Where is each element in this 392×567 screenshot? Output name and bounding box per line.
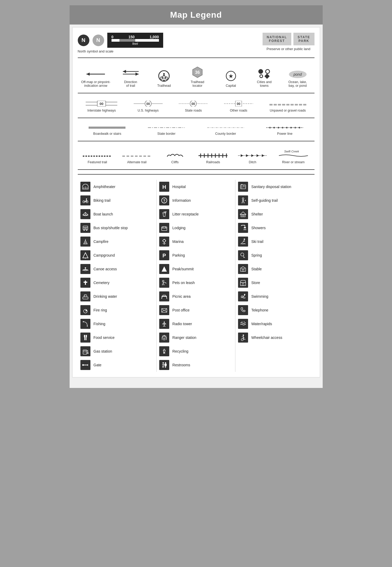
biking-icon	[82, 197, 89, 204]
svg-point-54	[294, 127, 296, 128]
svg-point-186	[241, 339, 243, 341]
svg-marker-5	[135, 73, 139, 76]
restrooms-icon	[161, 362, 168, 368]
icon-row-litter: Litter receptacle	[159, 207, 233, 221]
svg-point-171	[244, 239, 245, 240]
stable-icon-box	[238, 264, 248, 274]
parking-icon-box: P	[159, 250, 169, 260]
self-guide-label: Self-guiding trail	[251, 198, 278, 203]
amphitheater-icon	[82, 183, 89, 190]
spring-label: Spring	[251, 253, 262, 257]
wheelchair-label: Wheelchair access	[251, 335, 282, 340]
sym-cities: Cities andtowns	[251, 69, 277, 88]
icon-col-3: Sanitary disposal station	[235, 180, 314, 372]
svg-text:36: 36	[195, 70, 200, 75]
ditch-icon	[238, 153, 267, 158]
land-block: NATIONALFOREST STATEPARK Preserve or oth…	[263, 33, 314, 51]
offmap-icon	[84, 70, 108, 78]
svg-rect-118	[162, 228, 167, 230]
svg-rect-86	[86, 228, 87, 229]
sym-power-line: Power line	[266, 126, 303, 136]
svg-point-49	[273, 127, 275, 128]
campground-icon	[82, 252, 89, 259]
lodging-icon	[161, 224, 168, 231]
svg-line-134	[163, 295, 163, 296]
sym-river: Swift Creek River or stream	[278, 149, 309, 164]
biking-icon-box	[80, 195, 90, 205]
svg-text:00: 00	[100, 102, 103, 106]
icon-row-marina: Marina	[159, 235, 233, 248]
cemetery-label: Cemetery	[94, 281, 110, 285]
svg-marker-68	[241, 154, 243, 157]
icon-row-peak: Peak/summit	[159, 262, 233, 276]
borders-row: Boardwalk or stairs State border	[78, 122, 314, 137]
food-label: Food service	[94, 335, 115, 340]
svg-rect-93	[83, 297, 88, 299]
sym-ditch: Ditch	[238, 153, 267, 164]
food-icon-box	[80, 333, 90, 343]
amphitheater-icon-box	[80, 182, 90, 192]
icon-col-1: Amphitheater Biking trail	[78, 180, 157, 372]
scale-150: 150	[128, 35, 134, 39]
sym-interstate: 00 Interstate highways	[86, 101, 117, 112]
svg-line-116	[165, 212, 166, 213]
cities-icon	[258, 69, 270, 78]
icon-row-water-rapids: Water/rapids	[238, 317, 312, 331]
lodging-icon-box	[159, 223, 169, 233]
pets-icon-box	[159, 278, 169, 288]
gate-icon	[82, 362, 89, 368]
icon-row-wheelchair: Wheelchair access	[238, 331, 312, 344]
icon-row-showers: Showers	[238, 221, 312, 235]
interstate-label: Interstate highways	[87, 109, 116, 112]
campground-icon-box	[80, 250, 90, 260]
svg-marker-72	[262, 154, 264, 157]
information-label: Information	[172, 198, 191, 203]
picnic-icon-box	[159, 291, 169, 301]
svg-line-135	[166, 295, 166, 296]
us-highway-label: U.S. highways	[138, 109, 159, 112]
svg-point-120	[165, 227, 166, 228]
scale-label: North symbol and scale	[78, 49, 114, 53]
svg-text:H: H	[162, 184, 166, 190]
bus-label: Bus stop/shuttle stop	[94, 226, 128, 230]
campfire-icon-box	[80, 237, 90, 247]
icon-row-boat: Boat launch	[80, 207, 154, 221]
svg-marker-69	[246, 154, 249, 157]
svg-line-168	[244, 229, 244, 230]
telephone-label: Telephone	[251, 308, 268, 312]
pond-ellipse: pond	[289, 71, 307, 78]
icon-row-pets: Pets on leash	[159, 276, 233, 290]
cities-syms	[258, 69, 270, 78]
scale-block: N N 0 150 1,000 feet	[78, 33, 163, 53]
city-open-circle	[265, 69, 270, 74]
cliffs-label: Cliffs	[171, 160, 179, 164]
state-road-icon: 00	[179, 101, 208, 107]
svg-point-9	[163, 73, 165, 75]
gas-icon-box	[80, 346, 90, 356]
fire-ring-icon-box	[80, 305, 90, 315]
radio-icon-box	[159, 319, 169, 329]
icon-row-drinking-water: Drinking water	[80, 290, 154, 303]
fire-ring-icon	[82, 307, 89, 314]
icon-row-canoe: Canoe access	[80, 262, 154, 276]
svg-marker-163	[240, 212, 246, 214]
scale-seg-2	[119, 39, 135, 42]
campfire-label: Campfire	[94, 239, 109, 244]
svg-point-128	[162, 280, 164, 282]
picnic-label: Picnic area	[172, 294, 191, 299]
fire-ring-label: Fire ring	[94, 308, 107, 312]
swimming-icon-box	[238, 291, 248, 301]
post-office-icon	[161, 307, 168, 314]
symbols-section: Off-map or pinpoint-indication arrow Dir…	[78, 63, 314, 93]
sym-trailhead-locator: 36 Trailheadlocator	[184, 66, 211, 88]
icon-row-bus: Bus stop/shuttle stop	[80, 221, 154, 235]
sanitary-label: Sanitary disposal station	[251, 185, 291, 189]
recycling-icon	[161, 348, 168, 355]
svg-point-146	[162, 362, 164, 364]
icon-row-gas: Gas station	[80, 344, 154, 358]
direction-label: Directionof trail	[124, 80, 137, 88]
peak-icon-box	[159, 264, 169, 274]
svg-point-53	[290, 127, 292, 128]
trailhead-icon	[158, 70, 170, 82]
campground-label: Campground	[94, 253, 115, 257]
